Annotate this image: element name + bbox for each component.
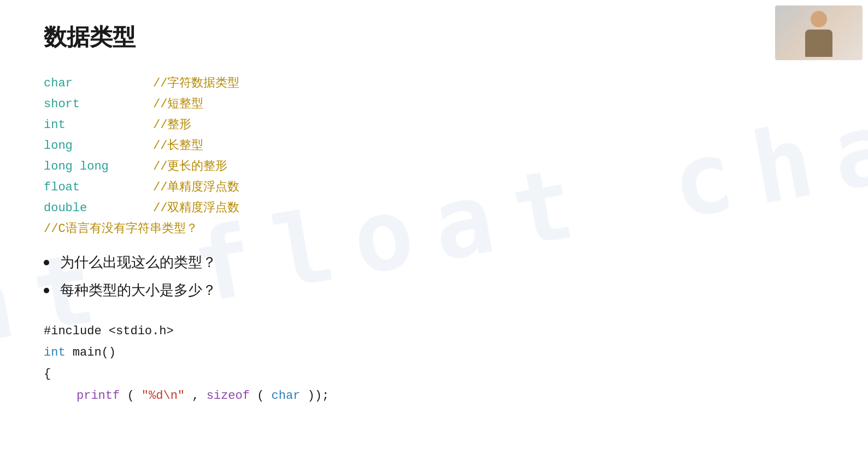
bullet-dot-1 (44, 260, 49, 265)
type-comment-int: //整形 (153, 116, 191, 132)
type-row-long: long //长整型 (44, 137, 824, 153)
type-keyword-double: double (44, 201, 153, 215)
type-comment-double: //双精度浮点数 (153, 199, 239, 216)
thumbnail-inner (775, 5, 863, 60)
code-printf-comma: , (192, 389, 206, 403)
types-section: char //字符数据类型 short //短整型 int //整形 long … (44, 74, 824, 236)
type-row-int: int //整形 (44, 116, 824, 132)
code-sizeof-char: char (271, 389, 300, 403)
code-main-text: main() (73, 346, 116, 359)
page-title: 数据类型 (44, 22, 824, 53)
code-line-include: #include <stdio.h> (44, 322, 824, 341)
type-row-short: short //短整型 (44, 95, 824, 112)
type-comment-short: //短整型 (153, 95, 203, 112)
code-sizeof-name: sizeof (207, 389, 250, 403)
code-brace-open-text: { (44, 367, 51, 381)
type-row-longlong: long long //更长的整形 (44, 158, 824, 174)
code-int-keyword: int (44, 346, 66, 359)
code-line-printf: printf ( "%d\n" , sizeof ( char )); (44, 386, 824, 405)
type-comment-longlong: //更长的整形 (153, 158, 227, 174)
bullet-dot-2 (44, 288, 49, 293)
type-row-float: float //单精度浮点数 (44, 178, 824, 195)
type-comment-long: //长整型 (153, 137, 203, 153)
bullet-text-2: 每种类型的大小是多少？ (60, 281, 216, 300)
main-content: 数据类型 char //字符数据类型 short //短整型 int //整形 … (44, 22, 824, 405)
type-keyword-longlong: long long (44, 160, 153, 173)
type-keyword-float: float (44, 181, 153, 194)
type-keyword-long: long (44, 139, 153, 153)
person-head (811, 11, 827, 27)
code-printf-paren-open: ( (127, 389, 134, 403)
code-sizeof-close: )); (308, 389, 330, 403)
type-comment-char: //字符数据类型 (153, 74, 239, 91)
comment-question: //C语言有没有字符串类型？ (44, 220, 824, 236)
code-include-text: #include <stdio.h> (44, 324, 174, 338)
bullet-text-1: 为什么出现这么的类型？ (60, 253, 216, 272)
type-comment-float: //单精度浮点数 (153, 178, 239, 195)
slide-container: int float char 数据类型 char //字符数据类型 short … (0, 0, 868, 453)
thumbnail-person (802, 11, 835, 55)
type-row-char: char //字符数据类型 (44, 74, 824, 91)
code-printf-string: "%d\n" (142, 389, 185, 403)
bullet-item-2: 每种类型的大小是多少？ (44, 281, 824, 300)
bullet-item-1: 为什么出现这么的类型？ (44, 253, 824, 272)
code-line-brace-open: { (44, 364, 824, 384)
code-sizeof-paren: ( (257, 389, 264, 403)
type-keyword-short: short (44, 97, 153, 111)
type-keyword-char: char (44, 77, 153, 90)
code-section: #include <stdio.h> int main() { printf (… (44, 322, 824, 405)
thumbnail-container (775, 5, 863, 60)
type-keyword-int: int (44, 118, 153, 132)
person-body (805, 30, 832, 57)
code-printf-name: printf (77, 389, 120, 403)
bullet-section: 为什么出现这么的类型？ 每种类型的大小是多少？ (44, 253, 824, 300)
code-line-main: int main() (44, 343, 824, 362)
type-row-double: double //双精度浮点数 (44, 199, 824, 216)
